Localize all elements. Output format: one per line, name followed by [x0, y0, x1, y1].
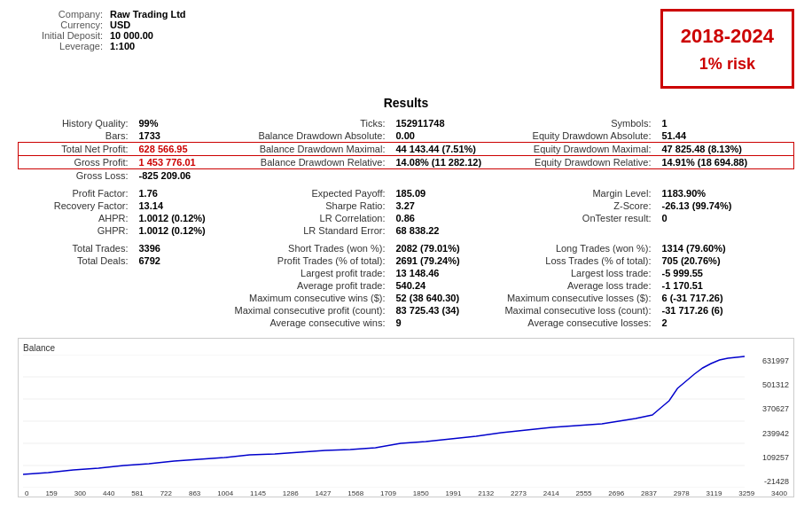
mcp-value: 83 725.43 (34)	[391, 304, 497, 317]
y-axis-labels: 631997 501312 370627 239942 109257 -2142…	[745, 355, 789, 488]
x-label: 2837	[641, 489, 657, 497]
bdm-value: 44 143.44 (7.51%)	[391, 142, 497, 155]
al-value: -1 170.51	[657, 279, 794, 292]
y-label-4: 370627	[748, 404, 789, 413]
eda-label: Equity Drawdown Absolute:	[497, 129, 657, 143]
mcp-label: Maximal consecutive profit (count):	[214, 304, 391, 317]
mcpl-label: Maximal consecutive loss (count):	[497, 304, 657, 317]
ghpr-value: 1.0012 (0.12%)	[134, 224, 214, 237]
x-axis-labels: 0 159 300 440 581 722 863 1004 1145 1286…	[23, 489, 789, 497]
table-row: Maximal consecutive profit (count): 83 7…	[19, 304, 794, 317]
ahpr-label: AHPR:	[19, 212, 134, 224]
pt-label: Profit Trades (% of total):	[214, 254, 391, 267]
bda-label: Balance Drawdown Absolute:	[214, 129, 391, 143]
ll-value: -5 999.55	[657, 267, 794, 279]
mcl-label: Maximum consecutive losses ($):	[497, 292, 657, 304]
lrc-value: 0.86	[391, 212, 497, 224]
acw-value: 9	[391, 317, 497, 329]
bdm-label: Balance Drawdown Maximal:	[214, 142, 391, 155]
ltr-label: Loss Trades (% of total):	[497, 254, 657, 267]
table-row: Total Trades: 3396 Short Trades (won %):…	[19, 242, 794, 254]
ot-label: OnTester result:	[497, 212, 657, 224]
ml-value: 1183.90%	[657, 187, 794, 200]
x-label: 863	[189, 489, 200, 497]
rf-value: 13.14	[134, 200, 214, 212]
x-label: 2696	[608, 489, 624, 497]
x-label: 1991	[446, 489, 462, 497]
top-section: Company: Raw Trading Ltd Currency: USD I…	[18, 9, 794, 89]
st-label: Short Trades (won %):	[214, 242, 391, 254]
pf-label: Profit Factor:	[19, 187, 134, 200]
main-stats-table: History Quality: 99% Ticks: 152911748 Sy…	[18, 117, 794, 329]
ap-value: 540.24	[391, 279, 497, 292]
currency-value: USD	[110, 20, 130, 30]
zs-value: -26.13 (99.74%)	[657, 200, 794, 212]
al-label: Average loss trade:	[497, 279, 657, 292]
x-label: 1286	[283, 489, 299, 497]
x-label: 300	[74, 489, 86, 497]
sym-label: Symbols:	[497, 117, 657, 129]
table-row-red: Total Net Profit: 628 566.95 Balance Dra…	[19, 142, 794, 155]
table-row: Bars: 1733 Balance Drawdown Absolute: 0.…	[19, 129, 794, 143]
x-label: 0	[25, 489, 28, 497]
leverage-label: Leverage:	[18, 41, 106, 51]
ghpr-label: GHPR:	[19, 224, 134, 237]
ll-label: Largest loss trade:	[497, 267, 657, 279]
table-row: Largest profit trade: 13 148.46 Largest …	[19, 267, 794, 279]
mcw-value: 52 (38 640.30)	[391, 292, 497, 304]
y-label-3: 239942	[748, 429, 789, 438]
sym-value: 1	[657, 117, 794, 129]
chart-title: Balance	[23, 343, 789, 353]
table-row: Gross Loss: -825 209.06	[19, 168, 794, 182]
x-label: 3259	[738, 489, 754, 497]
lt-label: Long Trades (won %):	[497, 242, 657, 254]
x-label: 2555	[576, 489, 592, 497]
x-label: 2978	[674, 489, 690, 497]
ltr-value: 705 (20.76%)	[657, 254, 794, 267]
tt-label: Total Trades:	[19, 242, 134, 254]
ep-label: Expected Payoff:	[214, 187, 391, 200]
rf-label: Recovery Factor:	[19, 200, 134, 212]
x-label: 1427	[316, 489, 332, 497]
lrse-value: 68 838.22	[391, 224, 497, 237]
pf-value: 1.76	[134, 187, 214, 200]
company-block: Company: Raw Trading Ltd Currency: USD I…	[18, 9, 186, 89]
deposit-value: 10 000.00	[110, 30, 153, 41]
st-value: 2082 (79.01%)	[391, 242, 497, 254]
bdr-value: 14.08% (11 282.12)	[391, 155, 497, 168]
table-row-red2: Gross Profit: 1 453 776.01 Balance Drawd…	[19, 155, 794, 168]
hq-label: History Quality:	[19, 117, 134, 129]
bars-value: 1733	[134, 129, 214, 143]
edr-value: 14.91% (18 694.88)	[657, 155, 794, 168]
highlight-risk: 1% risk	[681, 51, 774, 77]
pt-value: 2691 (79.24%)	[391, 254, 497, 267]
tnp-value: 628 566.95	[134, 142, 214, 155]
x-label: 1145	[250, 489, 266, 497]
table-row: History Quality: 99% Ticks: 152911748 Sy…	[19, 117, 794, 129]
td-label: Total Deals:	[19, 254, 134, 267]
x-label: 3119	[707, 489, 722, 497]
leverage-value: 1:100	[110, 41, 135, 51]
ticks-label: Ticks:	[214, 117, 391, 129]
x-label: 2414	[543, 489, 559, 497]
x-label: 1004	[217, 489, 233, 497]
acl-label: Average consecutive losses:	[497, 317, 657, 329]
zs-label: Z-Score:	[497, 200, 657, 212]
x-label: 1568	[347, 489, 363, 497]
currency-label: Currency:	[18, 20, 106, 30]
table-row: Average profit trade: 540.24 Average los…	[19, 279, 794, 292]
highlight-year: 2018-2024	[681, 20, 774, 51]
hq-value: 99%	[134, 117, 214, 129]
table-row: Average consecutive wins: 9 Average cons…	[19, 317, 794, 329]
ticks-value: 152911748	[391, 117, 497, 129]
x-label: 581	[131, 489, 143, 497]
company-value: Raw Trading Ltd	[110, 9, 186, 20]
x-label: 1850	[413, 489, 429, 497]
lrse-label: LR Standard Error:	[214, 224, 391, 237]
tnp-label: Total Net Profit:	[19, 142, 134, 155]
x-label: 440	[103, 489, 114, 497]
mcw-label: Maximum consecutive wins ($):	[214, 292, 391, 304]
sr-label: Sharpe Ratio:	[214, 200, 391, 212]
x-label: 3400	[771, 489, 787, 497]
chart-svg	[23, 355, 745, 488]
